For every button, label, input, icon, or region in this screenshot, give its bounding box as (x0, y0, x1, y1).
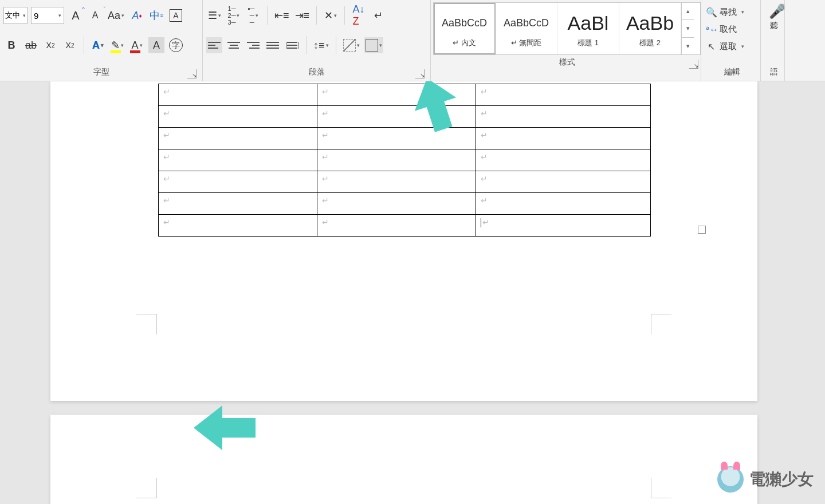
table-cell[interactable]: ↵ (476, 149, 650, 171)
table-cell[interactable]: ↵ (476, 84, 650, 106)
document-table[interactable]: ↵↵↵↵↵↵↵↵↵↵↵↵↵↵↵↵↵↵↵↵↵ (158, 84, 651, 237)
font-size-combo[interactable]: 9 (31, 7, 64, 24)
group-font: 文中 9 A^ Aˇ Aa A♦ 中≡ A B ab X2 X2 A ✎ A A… (0, 0, 203, 81)
table-cell[interactable]: ↵ (317, 215, 476, 237)
table-cell[interactable]: ↵ (159, 149, 317, 171)
paragraph-mark: ↵ (322, 131, 329, 140)
watermark-text: 電獺少女 (749, 468, 814, 490)
paragraph-mark: ↵ (481, 196, 488, 205)
highlight-button[interactable]: ✎ (109, 37, 125, 53)
style-heading-2[interactable]: AaBb 標題 2 (619, 3, 681, 54)
replace-button[interactable]: ᵃ↔ 取代 (706, 21, 758, 38)
numbering-button[interactable]: 1─2─3─ (226, 7, 242, 23)
table-cell[interactable]: ↵ (476, 171, 650, 193)
document-area[interactable]: ↵↵↵↵↵↵↵↵↵↵↵↵↵↵↵↵↵↵↵↵↵ ↵ 電獺少女 (0, 81, 825, 504)
group-label-edit: 編輯 (706, 65, 758, 81)
table-cell[interactable]: ↵ (159, 193, 317, 215)
bold-button[interactable]: B (3, 37, 19, 53)
grow-font-button[interactable]: A^ (68, 7, 84, 23)
font-color-button[interactable]: A (129, 37, 145, 53)
subscript-button[interactable]: X2 (42, 37, 58, 53)
change-case-button[interactable]: Aa (107, 7, 125, 23)
table-cell[interactable]: ↵ (159, 106, 317, 128)
styles-scroll-down[interactable]: ▾ (682, 20, 694, 37)
paragraph-mark: ↵ (481, 131, 488, 140)
paragraph-dialog-launcher[interactable] (415, 69, 425, 78)
styles-dialog-launcher[interactable] (689, 60, 698, 69)
borders-button[interactable] (364, 37, 383, 53)
numbering-icon: 1─2─3─ (228, 5, 236, 26)
font-name-combo[interactable]: 文中 (3, 7, 28, 24)
style-heading-1[interactable]: AaBl 標題 1 (557, 3, 619, 54)
char-shading-button[interactable]: A (148, 37, 164, 53)
paragraph-mark: ↵ (482, 218, 489, 227)
cursor-icon: ↖ (706, 41, 716, 52)
table-cell[interactable]: ↵ (159, 84, 317, 106)
align-center-icon (227, 42, 240, 49)
table-cell[interactable]: ↵ (317, 171, 476, 193)
styles-scroll-up[interactable]: ▴ (682, 3, 694, 20)
style-normal[interactable]: AaBbCcD ↵ 內文 (434, 3, 496, 54)
strikethrough-button[interactable]: ab (23, 37, 39, 53)
paragraph-mark: ↵ (481, 87, 488, 96)
sort-button[interactable]: A↓Z (351, 7, 367, 23)
bullets-button[interactable]: ☰ (206, 7, 222, 23)
multilevel-list-button[interactable]: ▪─ ─ ─ (245, 7, 261, 23)
asian-layout-button[interactable]: ✕ (323, 7, 339, 23)
align-left-button[interactable] (206, 37, 222, 53)
select-button[interactable]: ↖ 選取▾ (706, 38, 758, 55)
search-icon: 🔍 (706, 7, 716, 18)
phonetic-guide-button[interactable]: 中≡ (148, 7, 164, 23)
clear-formatting-button[interactable]: A♦ (129, 7, 145, 23)
paragraph-mark: ↵ (322, 87, 329, 96)
align-right-button[interactable] (245, 37, 261, 53)
justify-button[interactable] (265, 37, 281, 53)
group-voice-partial: 🎤 聽 語 (761, 0, 785, 81)
watermark: 電獺少女 (717, 466, 814, 493)
distributed-button[interactable] (284, 37, 300, 53)
page-2[interactable]: ↵ (50, 415, 757, 504)
align-center-button[interactable] (226, 37, 242, 53)
table-cell[interactable]: ↵ (476, 128, 650, 149)
annotation-arrow-left (194, 402, 257, 454)
pilcrow-icon: ↵ (374, 9, 383, 22)
increase-indent-button[interactable]: ⇥≡ (294, 7, 311, 23)
text-effects-button[interactable]: A (90, 37, 106, 53)
paragraph-mark: ↵ (481, 174, 488, 183)
watermark-logo (717, 466, 744, 493)
shading-button[interactable] (342, 37, 361, 53)
table-cell[interactable]: ↵ (159, 128, 317, 149)
table-cell[interactable]: ↵ (476, 215, 650, 237)
table-cell[interactable]: ↵ (317, 149, 476, 171)
annotation-arrow-up (412, 81, 458, 132)
shrink-font-button[interactable]: Aˇ (87, 7, 103, 23)
line-spacing-icon: ↕≡ (313, 40, 325, 52)
multilevel-icon: ▪─ ─ ─ (248, 5, 255, 26)
paragraph-mark: ↵ (322, 109, 329, 118)
table-cell[interactable]: ↵ (476, 106, 650, 128)
line-spacing-button[interactable]: ↕≡ (312, 37, 330, 53)
decrease-indent-button[interactable]: ⇤≡ (273, 7, 290, 23)
char-border-button[interactable]: A (168, 7, 184, 23)
paragraph-mark: ↵ (322, 218, 329, 227)
table-cell[interactable]: ↵ (159, 215, 317, 237)
styles-expand[interactable]: ▾ (682, 38, 694, 54)
table-cell[interactable]: ↵ (476, 193, 650, 215)
font-dialog-launcher[interactable] (187, 69, 197, 78)
table-cell[interactable]: ↵ (159, 171, 317, 193)
dictate-button[interactable]: 🎤 聽 (763, 3, 784, 31)
borders-icon (366, 39, 378, 52)
distributed-icon (286, 42, 298, 49)
superscript-button[interactable]: X2 (62, 37, 78, 53)
enclose-char-button[interactable]: 字 (168, 37, 184, 53)
microphone-icon: 🎤 (769, 3, 779, 19)
margin-mark-top-right (651, 478, 671, 498)
show-paragraph-marks-button[interactable]: ↵ (370, 7, 386, 23)
table-resize-handle[interactable] (698, 226, 706, 234)
group-paragraph: ☰ 1─2─3─ ▪─ ─ ─ ⇤≡ ⇥≡ ✕ A↓Z ↵ ↕≡ (203, 0, 431, 81)
find-button[interactable]: 🔍 尋找▾ (706, 3, 758, 21)
style-no-spacing[interactable]: AaBbCcD ↵ 無間距 (496, 3, 557, 54)
table-cell[interactable]: ↵ (317, 193, 476, 215)
page-1[interactable]: ↵↵↵↵↵↵↵↵↵↵↵↵↵↵↵↵↵↵↵↵↵ (50, 81, 757, 401)
margin-mark-bottom-left (136, 314, 157, 334)
